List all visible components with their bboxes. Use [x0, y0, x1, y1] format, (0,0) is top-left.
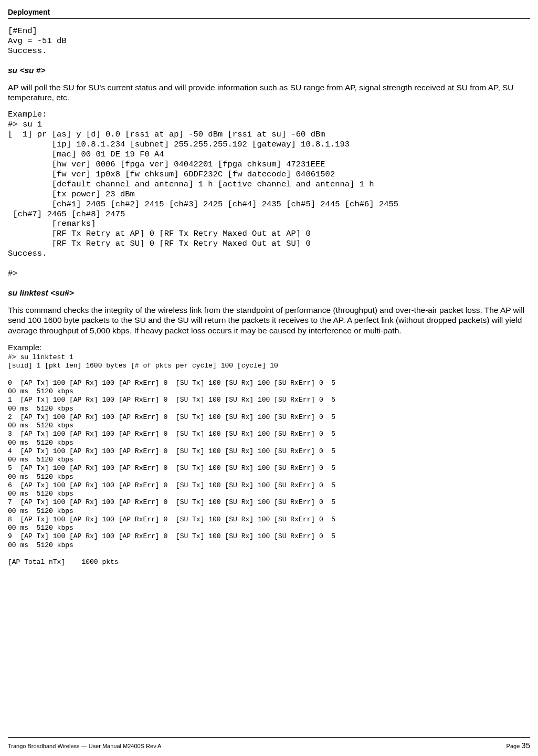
- su-example-block: Example: #> su 1 [ 1] pr [as] y [d] 0.0 …: [8, 110, 530, 278]
- footer-left-text: Trango Broadband Wireless — User Manual …: [8, 743, 161, 749]
- footer-rule: [8, 737, 530, 738]
- page-number: 35: [521, 741, 530, 750]
- page-header-title: Deployment: [8, 8, 530, 16]
- page-footer: Trango Broadband Wireless — User Manual …: [8, 737, 530, 750]
- linktest-command-description: This command checks the integrity of the…: [8, 305, 530, 335]
- footer-page: Page 35: [507, 741, 530, 750]
- linktest-command-heading: su linktest <su#>: [8, 288, 530, 298]
- su-command-description: AP will poll the SU for SU's current sta…: [8, 82, 530, 103]
- example-label: Example:: [8, 343, 530, 352]
- page-label: Page: [507, 743, 522, 749]
- intro-code-block: [#End] Avg = -51 dB Success.: [8, 26, 530, 56]
- su-command-heading: su <su #>: [8, 66, 530, 75]
- header-rule: [8, 18, 530, 19]
- linktest-output-block: #> su linktest 1 [suid] 1 [pkt len] 1600…: [8, 353, 530, 566]
